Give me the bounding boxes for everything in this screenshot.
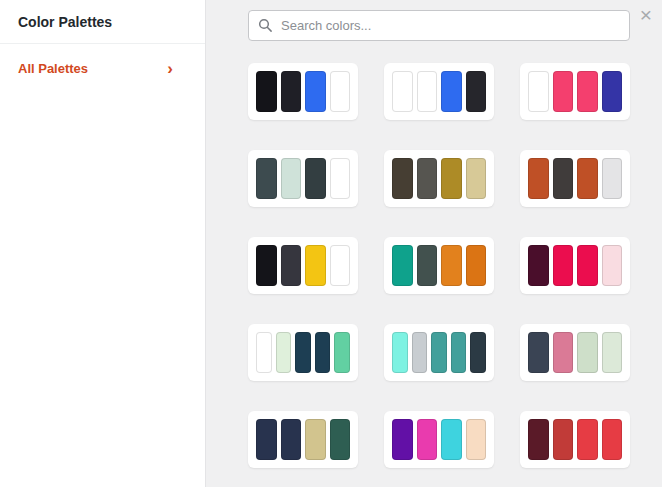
palette-card[interactable]: [248, 63, 358, 120]
palette-card[interactable]: [248, 411, 358, 468]
color-swatch: [315, 332, 331, 373]
palette-card[interactable]: [384, 63, 494, 120]
color-swatch: [528, 419, 549, 460]
color-swatch: [305, 245, 326, 286]
color-swatch: [417, 158, 438, 199]
color-swatch: [281, 158, 302, 199]
color-swatch: [330, 71, 351, 112]
color-swatch: [466, 71, 487, 112]
color-swatch: [417, 71, 438, 112]
color-swatch: [281, 71, 302, 112]
color-swatch: [392, 419, 413, 460]
color-swatch: [602, 245, 623, 286]
color-swatch: [256, 419, 277, 460]
color-swatch: [553, 419, 574, 460]
color-swatch: [330, 245, 351, 286]
main-panel: ×: [206, 0, 662, 487]
color-swatch: [466, 158, 487, 199]
color-swatch: [305, 419, 326, 460]
color-swatch: [528, 71, 549, 112]
palette-card[interactable]: [248, 150, 358, 207]
color-swatch: [276, 332, 292, 373]
color-swatch: [392, 158, 413, 199]
color-swatch: [334, 332, 350, 373]
color-swatch: [577, 245, 598, 286]
palette-card[interactable]: [520, 411, 630, 468]
color-swatch: [431, 332, 447, 373]
color-swatch: [330, 419, 351, 460]
color-swatch: [305, 158, 326, 199]
palette-card[interactable]: [384, 150, 494, 207]
color-swatch: [602, 419, 623, 460]
color-swatch: [392, 71, 413, 112]
search-bar: [248, 10, 630, 41]
search-input[interactable]: [248, 10, 630, 41]
palette-card[interactable]: [384, 411, 494, 468]
color-swatch: [441, 419, 462, 460]
color-swatch: [256, 332, 272, 373]
palette-card[interactable]: [520, 324, 630, 381]
palette-card[interactable]: [520, 150, 630, 207]
color-swatch: [577, 332, 598, 373]
color-swatch: [553, 245, 574, 286]
color-swatch: [470, 332, 486, 373]
color-swatch: [451, 332, 467, 373]
color-swatch: [417, 245, 438, 286]
color-swatch: [577, 71, 598, 112]
chevron-right-icon: ›: [167, 64, 173, 74]
palette-grid: [248, 63, 662, 468]
color-swatch: [330, 158, 351, 199]
color-swatch: [528, 332, 549, 373]
palette-card[interactable]: [384, 237, 494, 294]
color-swatch: [553, 71, 574, 112]
color-swatch: [412, 332, 428, 373]
color-swatch: [577, 419, 598, 460]
palette-card[interactable]: [520, 63, 630, 120]
color-swatch: [528, 158, 549, 199]
color-swatch: [392, 245, 413, 286]
color-swatch: [392, 332, 408, 373]
all-palettes-label: All Palettes: [18, 61, 88, 76]
color-swatch: [441, 158, 462, 199]
palette-card[interactable]: [248, 324, 358, 381]
palette-card[interactable]: [520, 237, 630, 294]
color-swatch: [553, 158, 574, 199]
color-swatch: [256, 245, 277, 286]
sidebar: Color Palettes All Palettes ›: [0, 0, 206, 487]
palette-card[interactable]: [248, 237, 358, 294]
color-swatch: [528, 245, 549, 286]
color-swatch: [602, 158, 623, 199]
color-swatch: [466, 245, 487, 286]
color-swatch: [295, 332, 311, 373]
color-swatch: [602, 71, 623, 112]
color-swatch: [281, 245, 302, 286]
color-swatch: [602, 332, 623, 373]
color-swatch: [305, 71, 326, 112]
close-icon[interactable]: ×: [640, 2, 652, 27]
color-swatch: [553, 332, 574, 373]
color-swatch: [441, 245, 462, 286]
color-swatch: [281, 419, 302, 460]
color-swatch: [256, 158, 277, 199]
sidebar-title: Color Palettes: [0, 0, 205, 43]
sidebar-item-all-palettes[interactable]: All Palettes ›: [0, 44, 205, 93]
color-palettes-panel: Color Palettes All Palettes › ×: [0, 0, 662, 487]
color-swatch: [256, 71, 277, 112]
color-swatch: [417, 419, 438, 460]
color-swatch: [577, 158, 598, 199]
palette-card[interactable]: [384, 324, 494, 381]
color-swatch: [466, 419, 487, 460]
color-swatch: [441, 71, 462, 112]
